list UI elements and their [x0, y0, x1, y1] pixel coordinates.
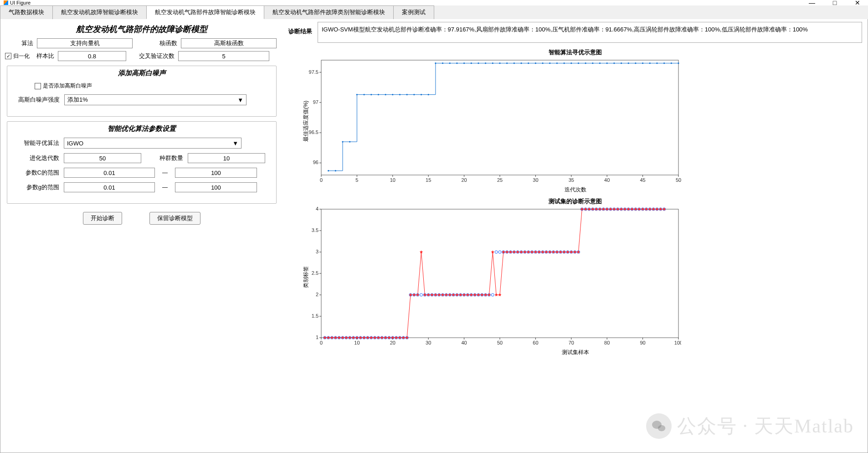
- g-low-input[interactable]: [64, 182, 155, 192]
- svg-point-56: [506, 62, 508, 64]
- window-title: UI Figure: [10, 0, 31, 5]
- svg-text:80: 80: [604, 340, 610, 345]
- svg-point-48: [449, 62, 451, 64]
- svg-point-215: [657, 425, 665, 432]
- dash: —: [159, 184, 170, 190]
- svg-text:20: 20: [461, 177, 467, 183]
- svg-text:97.5: 97.5: [309, 69, 318, 75]
- optim-group-title: 智能优化算法参数设置: [7, 124, 276, 133]
- svg-text:3: 3: [316, 249, 318, 254]
- sample-ratio-input[interactable]: [58, 51, 126, 61]
- add-noise-checkbox[interactable]: 是否添加高斯白噪声: [35, 82, 92, 90]
- noise-intensity-label: 高斯白噪声强度: [18, 96, 60, 104]
- svg-text:60: 60: [533, 340, 538, 345]
- svg-point-72: [621, 62, 622, 64]
- svg-text:3.5: 3.5: [312, 227, 318, 233]
- svg-rect-0: [321, 60, 678, 175]
- noise-group-title: 添加高斯白噪声: [7, 69, 276, 77]
- svg-text:5: 5: [355, 177, 358, 183]
- svg-point-50: [463, 62, 465, 64]
- c-high-input[interactable]: [175, 168, 257, 178]
- iter-label: 进化迭代数: [18, 154, 59, 162]
- svg-point-62: [549, 62, 550, 64]
- svg-point-35: [356, 94, 358, 95]
- tab-data-module[interactable]: 气路数据模块: [0, 5, 53, 19]
- tab-engine-fault[interactable]: 航空发动机故障智能诊断模块: [52, 5, 147, 19]
- svg-point-80: [678, 62, 679, 64]
- svg-point-64: [564, 62, 565, 64]
- svg-point-49: [456, 62, 457, 64]
- svg-text:2.5: 2.5: [312, 270, 318, 276]
- svg-point-52: [478, 62, 479, 64]
- svg-point-32: [335, 170, 336, 171]
- left-panel: 航空发动机气路部件的故障诊断模型 算法 支持向量机 核函数 高斯核函数 ✓ 归一…: [0, 19, 283, 453]
- svg-text:1.5: 1.5: [312, 313, 318, 319]
- svg-point-214: [652, 421, 662, 429]
- svg-point-167: [498, 251, 501, 253]
- svg-text:35: 35: [569, 177, 574, 183]
- test-ylabel: 类别标签: [302, 266, 310, 288]
- kernel-value: 高斯核函数: [181, 38, 277, 48]
- normalize-checkbox[interactable]: ✓ 归一化: [5, 52, 30, 60]
- chevron-down-icon: ▼: [237, 97, 243, 103]
- algorithm-label: 算法: [8, 39, 33, 47]
- svg-point-57: [514, 62, 515, 64]
- svg-point-165: [491, 293, 494, 296]
- svg-point-77: [656, 62, 657, 64]
- tab-case-test[interactable]: 案例测试: [393, 5, 434, 19]
- svg-point-51: [471, 62, 472, 64]
- svg-point-33: [342, 141, 343, 142]
- svg-rect-81: [321, 209, 678, 338]
- svg-text:30: 30: [533, 177, 538, 183]
- svg-point-79: [671, 62, 672, 64]
- svg-point-44: [421, 94, 422, 95]
- result-label: 诊断结果: [288, 22, 316, 36]
- svg-point-43: [413, 94, 415, 95]
- svg-text:45: 45: [640, 177, 645, 183]
- algorithm-value: 支持向量机: [37, 38, 133, 48]
- tab-gas-path-category[interactable]: 航空发动机气路部件故障类别智能诊断模块: [264, 5, 394, 19]
- pop-input[interactable]: [188, 153, 265, 163]
- svg-text:2: 2: [316, 292, 318, 297]
- noise-intensity-dropdown[interactable]: 添加1% ▼: [64, 94, 247, 105]
- svg-point-61: [542, 62, 543, 64]
- svg-text:96.5: 96.5: [309, 129, 318, 135]
- cv-input[interactable]: [178, 51, 269, 61]
- svg-point-145: [420, 293, 423, 296]
- optim-algo-dropdown[interactable]: IGWO ▼: [64, 138, 241, 149]
- svg-point-53: [485, 62, 486, 64]
- svg-point-31: [328, 170, 329, 171]
- g-high-input[interactable]: [175, 182, 257, 192]
- fitness-chart: 智能算法寻优示意图 最佳适应度值(%) 05101520253035404550…: [289, 48, 861, 194]
- c-low-input[interactable]: [64, 168, 155, 178]
- pop-label: 种群数量: [157, 154, 183, 162]
- test-xlabel: 测试集样本: [289, 349, 861, 356]
- svg-point-70: [606, 62, 608, 64]
- iter-input[interactable]: [64, 153, 141, 163]
- svg-text:20: 20: [390, 340, 395, 345]
- fitness-chart-title: 智能算法寻优示意图: [289, 48, 861, 57]
- svg-point-76: [649, 62, 651, 64]
- result-text: IGWO-SVM模型航空发动机总部件诊断准确率：97.9167%,风扇部件故障准…: [318, 22, 862, 43]
- start-diagnosis-button[interactable]: 开始诊断: [83, 212, 122, 225]
- fitness-xlabel: 迭代次数: [289, 186, 861, 194]
- svg-point-78: [663, 62, 665, 64]
- svg-text:15: 15: [426, 177, 431, 183]
- svg-point-42: [406, 94, 408, 95]
- svg-text:30: 30: [426, 340, 431, 345]
- right-panel: 诊断结果 IGWO-SVM模型航空发动机总部件诊断准确率：97.9167%,风扇…: [283, 19, 868, 453]
- tab-gas-path-component[interactable]: 航空发动机气路部件故障智能诊断模块: [146, 5, 264, 19]
- save-model-button[interactable]: 保留诊断模型: [149, 212, 200, 225]
- svg-point-75: [642, 62, 643, 64]
- optim-algo-label: 智能寻优算法: [18, 139, 59, 147]
- svg-point-46: [435, 62, 436, 64]
- svg-text:4: 4: [316, 206, 318, 211]
- wechat-icon: [646, 413, 672, 439]
- svg-point-59: [528, 62, 529, 64]
- svg-point-71: [613, 62, 615, 64]
- svg-point-63: [556, 62, 558, 64]
- svg-point-69: [599, 62, 601, 64]
- test-chart: 测试集的诊断示意图 类别标签 010203040506070809010011.…: [289, 197, 861, 356]
- svg-point-166: [495, 251, 498, 253]
- dash: —: [159, 170, 170, 176]
